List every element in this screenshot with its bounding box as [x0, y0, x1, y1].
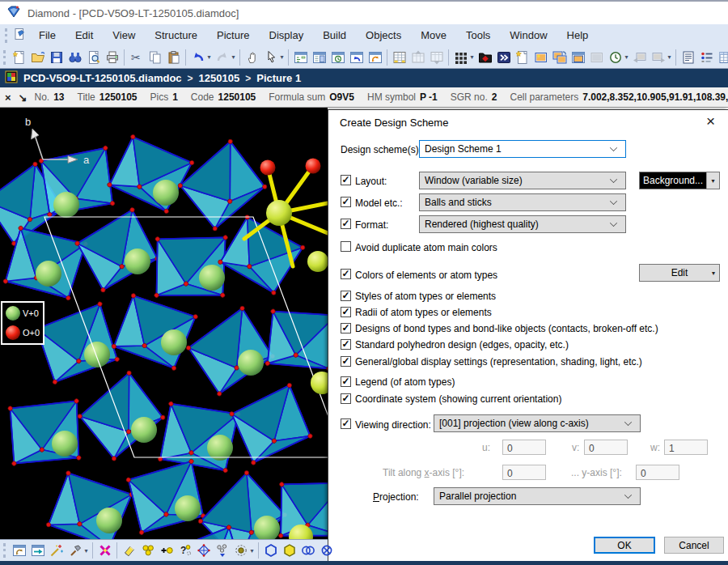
dialog-close-button[interactable]: ×	[703, 113, 718, 129]
menu-item-tools[interactable]: Tools	[456, 26, 500, 45]
redo-icon[interactable]	[213, 49, 231, 66]
w-field[interactable]	[664, 440, 708, 455]
model-select[interactable]: Balls and sticks	[419, 193, 626, 211]
toolbar-grip[interactable]	[3, 50, 6, 65]
edit-comment-icon[interactable]	[28, 542, 47, 559]
jump-to-icon[interactable]: ↘	[19, 91, 28, 104]
cut-icon[interactable]: ✂	[127, 49, 146, 66]
picture-icon[interactable]	[531, 49, 550, 66]
v-field[interactable]	[584, 440, 628, 455]
data-sheet-icon[interactable]	[390, 49, 408, 66]
edit-button[interactable]: Edit ▾	[639, 264, 720, 282]
picture-in-window-icon[interactable]	[569, 49, 587, 66]
build-tool-icon[interactable]	[66, 542, 84, 559]
breadcrumb-segment[interactable]: PCD-V5O9-LT-1250105.diamdoc	[23, 72, 182, 84]
undo-icon[interactable]	[188, 49, 207, 66]
import-table-icon[interactable]	[427, 49, 446, 66]
update-picture-icon[interactable]	[10, 542, 28, 559]
dropdown-arrow-icon[interactable]: ▾	[205, 53, 213, 61]
find-icon[interactable]	[66, 49, 84, 66]
model-checkbox[interactable]: ✓	[341, 197, 351, 207]
dropdown-arrow-icon[interactable]: ▾	[83, 547, 90, 554]
refresh-window-icon[interactable]	[366, 49, 384, 66]
document-view-icon[interactable]	[679, 49, 697, 66]
tilt-x-field[interactable]	[502, 465, 546, 480]
option-checkbox[interactable]: ✓	[341, 376, 351, 387]
pan-hand-icon[interactable]	[243, 49, 261, 66]
format-checkbox[interactable]: ✓	[341, 219, 351, 229]
pointer-icon[interactable]	[261, 49, 280, 66]
toolbar-grip[interactable]	[5, 28, 9, 43]
breadcrumb-segment[interactable]: 1250105	[199, 72, 240, 84]
properties-pane-icon[interactable]	[310, 49, 328, 66]
option-checkbox[interactable]: ✓	[341, 291, 351, 301]
layout-select[interactable]: Window (variable size)	[419, 172, 626, 189]
dropdown-arrow-icon[interactable]: ▾	[623, 53, 630, 61]
add-atoms-icon[interactable]	[138, 542, 157, 559]
rings-icon[interactable]	[298, 542, 317, 559]
option-checkbox[interactable]: ✓	[341, 356, 351, 367]
breadcrumb-segment[interactable]: Picture 1	[256, 72, 301, 84]
viewing-direction-select[interactable]: [001] projection (view along c-axis)	[434, 414, 641, 432]
menu-item-window[interactable]: Window	[500, 26, 557, 45]
new-picture-icon[interactable]	[513, 49, 531, 66]
menu-item-move[interactable]: Move	[411, 26, 456, 45]
open-file-icon[interactable]	[28, 49, 47, 66]
avoid-duplicate-checkbox[interactable]	[341, 241, 351, 252]
menu-item-help[interactable]: Help	[557, 26, 599, 45]
menu-item-picture[interactable]: Picture	[207, 26, 259, 45]
copy-picture-icon[interactable]	[550, 49, 569, 66]
dropdown-arrow-icon[interactable]: ▾	[468, 53, 476, 61]
structure-viewport[interactable]: abV+0O+0	[0, 108, 328, 539]
recent-window-icon[interactable]	[328, 49, 347, 66]
close-icon[interactable]: ×	[5, 91, 11, 104]
auto-build-icon[interactable]	[47, 542, 66, 559]
menu-item-build[interactable]: Build	[313, 26, 356, 45]
option-checkbox[interactable]: ✓	[341, 307, 351, 317]
previous-picture-icon[interactable]	[630, 49, 649, 66]
polyhedra-icon[interactable]	[194, 542, 213, 559]
hexagon-blue-icon[interactable]	[261, 542, 280, 559]
menu-item-view[interactable]: View	[103, 26, 145, 45]
hexagon-fill-icon[interactable]	[280, 542, 298, 559]
history-icon[interactable]	[606, 49, 624, 66]
background-color-button[interactable]: Background... ▾	[639, 172, 720, 189]
option-checkbox[interactable]: ✓	[341, 393, 351, 404]
add-atom-icon[interactable]	[157, 542, 176, 559]
dropdown-arrow-icon[interactable]: ▾	[278, 53, 286, 61]
eraser-icon[interactable]	[120, 542, 138, 559]
picture-disabled-icon[interactable]	[587, 49, 606, 66]
paste-icon[interactable]	[164, 49, 183, 66]
rings-x-icon[interactable]	[317, 542, 336, 559]
print-preview-icon[interactable]	[84, 49, 103, 66]
cancel-button[interactable]: Cancel	[664, 537, 724, 554]
list-view-icon[interactable]	[697, 49, 716, 66]
colors-option-checkbox[interactable]: ✓	[341, 269, 351, 279]
distance-set-icon[interactable]	[476, 49, 494, 66]
print-icon[interactable]	[103, 49, 121, 66]
table-view-icon[interactable]	[716, 49, 728, 66]
design-scheme-select[interactable]: Design Scheme 1	[419, 140, 626, 158]
undo-window-icon[interactable]	[347, 49, 366, 66]
coordination-sphere-icon[interactable]	[231, 542, 250, 559]
complete-fragment-icon[interactable]: ?	[176, 542, 194, 559]
viewing-direction-checkbox[interactable]: ✓	[341, 418, 351, 429]
menu-item-objects[interactable]: Objects	[356, 26, 411, 45]
tilt-y-field[interactable]	[636, 465, 679, 480]
destroy-icon[interactable]	[95, 542, 114, 559]
projection-select[interactable]: Parallel projection	[434, 487, 641, 505]
menu-item-file[interactable]: File	[29, 26, 66, 45]
menu-item-display[interactable]: Display	[260, 26, 314, 45]
connectivity-icon[interactable]	[494, 49, 513, 66]
menu-item-edit[interactable]: Edit	[66, 26, 103, 45]
next-picture-icon[interactable]	[649, 49, 667, 66]
new-document-icon[interactable]	[10, 49, 28, 66]
grid-menu-icon[interactable]	[451, 49, 470, 66]
toolbar-grip[interactable]	[3, 543, 6, 558]
layout-checkbox[interactable]: ✓	[341, 175, 351, 185]
export-table-icon[interactable]	[408, 49, 427, 66]
dropdown-arrow-icon[interactable]: ▾	[706, 172, 719, 189]
copy-icon[interactable]	[146, 49, 164, 66]
format-select[interactable]: Rendered (highest quality)	[419, 215, 626, 233]
menu-item-structure[interactable]: Structure	[145, 26, 207, 45]
